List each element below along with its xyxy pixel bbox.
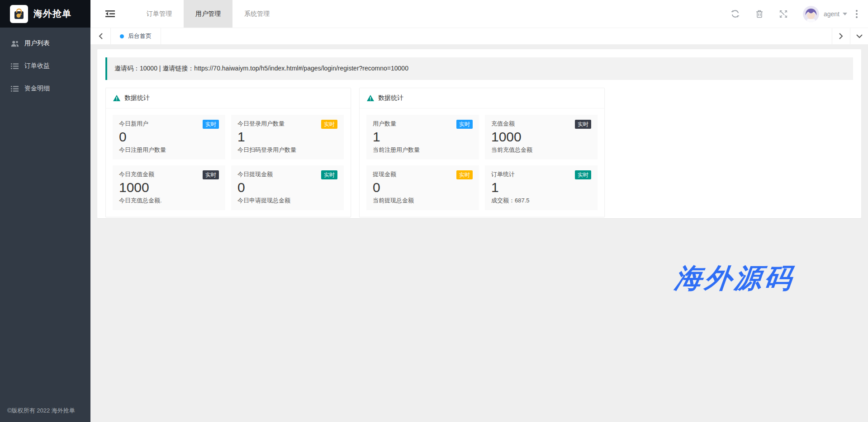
stat-value: 0 — [237, 180, 337, 195]
stat-label: 今日新用户 — [119, 120, 148, 128]
stat-sublabel: 今日扫码登录用户数量 — [237, 146, 337, 154]
active-tab-dot — [120, 34, 124, 38]
tab-strip-controls — [832, 28, 868, 44]
fullscreen-icon[interactable] — [779, 10, 788, 18]
stat-label: 用户数量 — [373, 120, 396, 128]
stat-label: 提现金额 — [373, 170, 396, 178]
app-root: 海外抢单 用户列表 — [0, 0, 868, 422]
stat-card-withdraw-today: 今日提现金额 实时 0 今日申请提现总金额 — [231, 165, 344, 210]
invite-banner: 邀请码：10000 | 邀请链接：https://70.haiwaiym.top… — [105, 57, 853, 80]
sidebar-item-label: 订单收益 — [24, 62, 50, 70]
realtime-badge: 实时 — [321, 170, 337, 179]
panel-header: 数据统计 — [106, 88, 351, 108]
warning-icon — [113, 95, 120, 101]
top-tab-user-management[interactable]: 用户管理 — [184, 0, 232, 28]
shopping-bag-icon — [10, 5, 28, 23]
chevron-down-icon — [843, 13, 847, 15]
list-icon — [11, 85, 19, 92]
avatar — [803, 6, 819, 22]
sidebar-item-label: 资金明细 — [24, 84, 50, 93]
stats-panels: 数据统计 今日新用户 实时 0 今日注册用户数量 — [105, 88, 853, 217]
watermark: 海外源码 — [673, 260, 797, 297]
panel-title: 数据统计 — [378, 94, 403, 102]
stat-sublabel: 当前充值总金额 — [491, 146, 591, 154]
dashboard-card: 邀请码：10000 | 邀请链接：https://70.haiwaiym.top… — [97, 49, 861, 218]
realtime-badge: 实时 — [456, 120, 473, 129]
top-nav-tabs: 订单管理 用户管理 系统管理 — [135, 0, 281, 28]
content-area: 邀请码：10000 | 邀请链接：https://70.haiwaiym.top… — [90, 44, 868, 422]
user-name: agent — [824, 10, 840, 18]
stat-value: 0 — [373, 180, 473, 195]
stat-card-order-stats: 订单统计 实时 1 成交额：687.5 — [485, 165, 598, 210]
stats-panel-today: 数据统计 今日新用户 实时 0 今日注册用户数量 — [105, 88, 351, 217]
sidebar-item-user-list[interactable]: 用户列表 — [0, 32, 90, 55]
tabs-menu-button[interactable] — [850, 28, 868, 44]
stat-sublabel: 当前注册用户数量 — [373, 146, 473, 154]
realtime-badge: 实时 — [203, 170, 219, 179]
stat-sublabel: 今日充值总金额. — [119, 197, 219, 205]
realtime-badge: 实时 — [575, 120, 591, 129]
sidebar: 海外抢单 用户列表 — [0, 0, 90, 422]
stat-sublabel: 今日注册用户数量 — [119, 146, 219, 154]
stat-label: 订单统计 — [491, 170, 515, 178]
tabs-scroll-left-button[interactable] — [90, 28, 111, 44]
sidebar-item-label: 用户列表 — [24, 39, 50, 47]
stat-sublabel: 今日申请提现总金额 — [237, 197, 337, 205]
sidebar-item-order-income[interactable]: 订单收益 — [0, 55, 90, 77]
stat-value: 1000 — [491, 129, 591, 145]
stat-card-recharge-today: 今日充值金额 实时 1000 今日充值总金额. — [113, 165, 225, 210]
chevron-down-icon — [856, 34, 863, 38]
stat-card-new-users-today: 今日新用户 实时 0 今日注册用户数量 — [113, 115, 225, 159]
sidebar-menu: 用户列表 订单收益 — [0, 28, 90, 100]
stat-label: 今日提现金额 — [237, 170, 273, 178]
sidebar-collapse-button[interactable] — [90, 0, 129, 28]
refresh-icon[interactable] — [731, 10, 740, 18]
trash-icon[interactable] — [755, 10, 764, 18]
realtime-badge: 实时 — [203, 120, 219, 129]
realtime-badge: 实时 — [575, 170, 591, 179]
stat-card-recharge-total: 充值金额 实时 1000 当前充值总金额 — [485, 115, 598, 159]
realtime-badge: 实时 — [456, 170, 473, 179]
top-tab-system-management[interactable]: 系统管理 — [232, 0, 281, 28]
stat-value: 1 — [373, 129, 473, 145]
warning-icon — [367, 95, 374, 101]
collapse-menu-icon — [105, 10, 115, 18]
stat-card-user-count: 用户数量 实时 1 当前注册用户数量 — [366, 115, 479, 159]
top-bar: 订单管理 用户管理 系统管理 — [90, 0, 868, 28]
copyright: ©版权所有 2022 海外抢单 — [7, 407, 75, 415]
users-icon — [11, 40, 19, 47]
stat-value: 1 — [491, 180, 591, 195]
page-tab-strip: 后台首页 — [90, 28, 868, 44]
app-logo[interactable]: 海外抢单 — [0, 0, 90, 28]
top-bar-right: agent — [731, 0, 868, 28]
stat-label: 充值金额 — [491, 120, 515, 128]
realtime-badge: 实时 — [321, 120, 337, 129]
app-title: 海外抢单 — [33, 8, 71, 20]
stat-label: 今日登录用户数量 — [237, 120, 285, 128]
stat-value: 0 — [119, 129, 219, 145]
stat-sublabel: 成交额：687.5 — [491, 197, 591, 205]
stat-card-withdraw-total: 提现金额 实时 0 当前提现总金额 — [366, 165, 479, 210]
stat-value: 1000 — [119, 180, 219, 195]
sidebar-item-fund-details[interactable]: 资金明细 — [0, 77, 90, 100]
user-menu[interactable]: agent — [803, 6, 847, 22]
stat-cards: 今日新用户 实时 0 今日注册用户数量 今日登录用户数量 实时 — [106, 108, 351, 217]
page-tab-home[interactable]: 后台首页 — [111, 28, 161, 44]
panel-header: 数据统计 — [360, 88, 604, 108]
stat-sublabel: 当前提现总金额 — [373, 197, 473, 205]
panel-title: 数据统计 — [124, 94, 150, 102]
stat-card-logins-today: 今日登录用户数量 实时 1 今日扫码登录用户数量 — [231, 115, 344, 159]
chevron-right-icon — [839, 33, 843, 39]
stat-cards: 用户数量 实时 1 当前注册用户数量 充值金额 实时 — [360, 108, 604, 217]
top-tab-order-management[interactable]: 订单管理 — [135, 0, 184, 28]
page-tab-label: 后台首页 — [128, 32, 152, 40]
kebab-menu-icon[interactable] — [852, 8, 862, 20]
stat-label: 今日充值金额 — [119, 170, 154, 178]
invite-text: 邀请码：10000 | 邀请链接：https://70.haiwaiym.top… — [114, 65, 408, 72]
tabs-scroll-right-button[interactable] — [832, 28, 850, 44]
stat-value: 1 — [237, 129, 337, 145]
chevron-left-icon — [99, 33, 103, 39]
list-icon — [11, 63, 19, 70]
stats-panel-total: 数据统计 用户数量 实时 1 当前注册用户数量 — [359, 88, 605, 217]
main-area: 订单管理 用户管理 系统管理 — [90, 0, 868, 422]
